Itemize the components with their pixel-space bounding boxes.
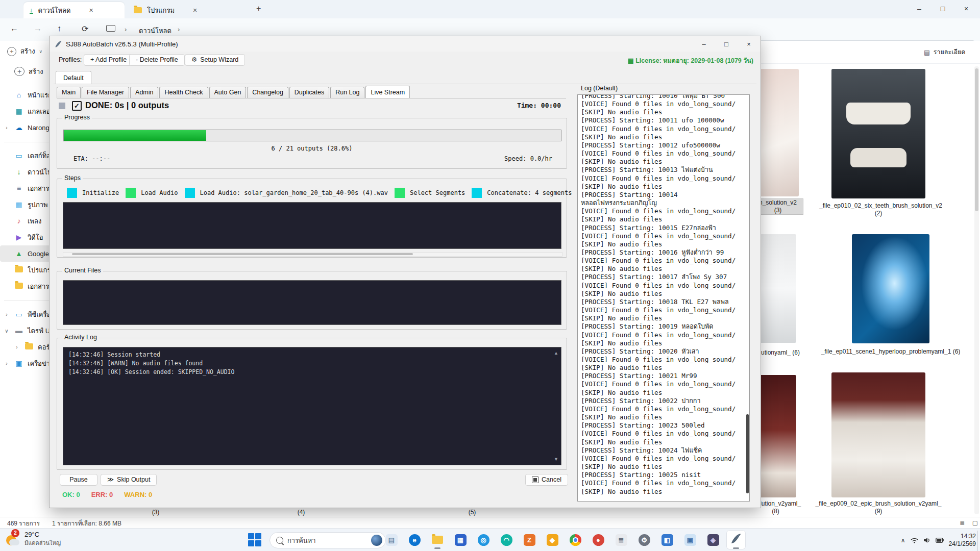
scrollbar-thumb[interactable] — [746, 414, 749, 493]
taskbar-app-autobatch-feather[interactable] — [726, 530, 746, 549]
taskbar-app-app-red[interactable]: ● — [589, 530, 608, 549]
tab-file-manager[interactable]: File Manager — [82, 87, 129, 98]
scrollbar-thumb[interactable] — [975, 68, 978, 211]
tab-live-stream[interactable]: Live Stream — [365, 86, 410, 98]
expander-chevron-icon[interactable]: › — [3, 312, 10, 317]
scroll-up-icon[interactable]: ▲ — [554, 350, 558, 356]
view-thumbnail-icon[interactable]: ▢ — [972, 519, 978, 527]
folder-icon — [134, 7, 142, 13]
dialog-minimize-button[interactable]: – — [693, 36, 715, 52]
window-close-button[interactable]: × — [954, 0, 978, 17]
wifi-icon[interactable] — [911, 537, 918, 543]
scrollbar-thumb[interactable] — [72, 253, 413, 255]
tab-health-check[interactable]: Health Check — [159, 87, 208, 98]
weather-widget[interactable]: 2 29°C มีแดดส่วนใหญ่ — [4, 531, 61, 547]
new-tab-button[interactable]: + — [256, 4, 261, 13]
taskbar-app-widgets-app[interactable]: ▤ — [382, 530, 401, 549]
taskbar-app-file-explorer[interactable] — [428, 530, 447, 549]
add-profile-button[interactable]: + Add Profile — [84, 54, 133, 66]
explorer-tab-programs[interactable]: โปรแกรม × — [128, 2, 245, 18]
profiles-label: Profiles: — [59, 56, 82, 63]
expander-chevron-icon[interactable]: › — [13, 344, 20, 350]
warn-count: WARN: 0 — [124, 491, 152, 498]
explorer-tab-downloads[interactable]: ↓ ดาวน์โหลด × — [23, 2, 125, 18]
details-toggle-button[interactable]: ▤ รายละเอียด — [924, 47, 965, 57]
taskbar-app-store[interactable]: ▦ — [451, 530, 470, 549]
battery-icon[interactable] — [936, 538, 944, 543]
window-maximize-button[interactable]: □ — [931, 0, 954, 17]
taskbar-app-edge[interactable]: e — [405, 530, 424, 549]
pause-button[interactable]: Pause — [60, 474, 97, 486]
breadcrumb-chevron-icon[interactable]: › — [178, 26, 180, 33]
file-thumbnail[interactable] — [852, 234, 929, 343]
file-caption-fragment[interactable]: (4) — [288, 509, 314, 516]
taskbar-app-notepad[interactable]: ≣ — [611, 530, 631, 549]
file-caption[interactable]: _file_ep009_02_epic_brush_solution_v2yam… — [813, 500, 944, 515]
clock-date: 24/1/2569 — [949, 540, 976, 548]
taskbar-app-app-blue[interactable]: ◧ — [657, 530, 677, 549]
ok-count: OK: 0 — [62, 491, 80, 498]
back-icon[interactable]: ← — [10, 24, 18, 33]
steps-horizontal-scrollbar[interactable] — [63, 252, 562, 257]
setup-wizard-button[interactable]: ⚙ Setup Wizard — [185, 54, 245, 66]
delete-profile-button[interactable]: - Delete Profile — [129, 54, 185, 66]
file-thumbnail[interactable] — [831, 372, 925, 497]
music-icon: ♪ — [14, 217, 23, 225]
tab-changelog[interactable]: Changelog — [247, 87, 288, 98]
close-tab-icon[interactable]: × — [193, 6, 197, 14]
feather-icon — [55, 40, 62, 48]
expander-chevron-icon[interactable]: › — [3, 125, 10, 131]
taskbar-app-settings[interactable]: ⚙ — [634, 530, 654, 549]
log-panel[interactable]: [PROCESS] Starting: 10010 ไฟพุ่ม Bf 500 … — [577, 94, 750, 502]
skip-output-button[interactable]: ≫ Skip Output — [101, 474, 157, 486]
refresh-icon[interactable]: ⟳ — [82, 24, 88, 34]
breadcrumb[interactable]: ดาวน์โหลด — [139, 26, 172, 36]
taskbar-app-photos[interactable]: ▣ — [680, 530, 700, 549]
taskbar-clock[interactable]: 14:32 24/1/2569 — [949, 533, 976, 548]
cancel-label: Cancel — [542, 477, 561, 483]
volume-icon[interactable] — [923, 537, 930, 543]
forward-icon[interactable]: → — [34, 24, 42, 33]
close-tab-icon[interactable]: × — [89, 6, 93, 14]
taskbar-app-app-blue-circle[interactable]: ◎ — [474, 530, 493, 549]
expander-chevron-icon[interactable]: › — [3, 361, 10, 366]
tab-auto-gen[interactable]: Auto Gen — [209, 87, 247, 98]
scroll-down-icon[interactable]: ▼ — [554, 457, 558, 462]
profile-tab-default[interactable]: Default — [56, 71, 91, 84]
dialog-maximize-button[interactable]: □ — [715, 36, 738, 52]
tab-main[interactable]: Main — [57, 87, 81, 98]
this-pc-icon — [106, 25, 115, 32]
taskbar-app-app-dark-purple[interactable]: ◈ — [703, 530, 723, 549]
up-icon[interactable]: ↑ — [57, 24, 61, 33]
start-button[interactable] — [248, 533, 261, 546]
taskbar-app-chrome[interactable] — [566, 530, 585, 549]
explorer-scrollbar[interactable] — [974, 66, 979, 514]
tab-duplicates[interactable]: Duplicates — [289, 87, 329, 98]
tab-run-log[interactable]: Run Log — [330, 87, 364, 98]
view-list-icon[interactable]: ≣ — [960, 519, 965, 527]
activity-log-console[interactable]: [14:32:46] Session started [14:32:46] [W… — [63, 347, 561, 465]
stop-square-icon[interactable] — [59, 103, 65, 109]
file-caption[interactable]: _file_ep010_02_six_teeth_brush_solution_… — [819, 202, 938, 217]
cancel-button[interactable]: Cancel — [525, 474, 568, 486]
chevron-up-icon[interactable]: ∧ — [901, 537, 905, 544]
file-thumbnail[interactable] — [831, 69, 925, 198]
file-caption-fragment[interactable]: (3) — [143, 509, 168, 516]
divider — [54, 84, 756, 84]
window-minimize-button[interactable]: – — [908, 0, 931, 17]
google-drive-icon: ▲ — [14, 249, 23, 258]
clock-time: 14:32 — [949, 533, 976, 540]
expander-chevron-icon[interactable]: ∨ — [3, 328, 10, 334]
taskbar-search[interactable]: การค้นหา — [270, 532, 386, 548]
new-button[interactable]: + สร้าง ∨ — [7, 46, 42, 57]
taskbar-app-app-teal[interactable]: ◠ — [497, 530, 516, 549]
show-desktop-button[interactable] — [977, 531, 980, 551]
taskbar-app-app-amber[interactable]: ◆ — [543, 530, 562, 549]
file-caption[interactable]: _file_ep011_scene1_hyperloop_problemyaml… — [817, 348, 965, 356]
file-caption-fragment[interactable]: (5) — [459, 509, 485, 516]
taskbar-app-app-orange-z[interactable]: Z — [520, 530, 539, 549]
dialog-title-bar[interactable]: SJ88 AutoBatch v26.5.3 (Multi-Profile) –… — [50, 36, 761, 52]
progress-bar — [63, 130, 561, 141]
tab-admin[interactable]: Admin — [130, 87, 158, 98]
dialog-close-button[interactable]: × — [738, 36, 760, 52]
